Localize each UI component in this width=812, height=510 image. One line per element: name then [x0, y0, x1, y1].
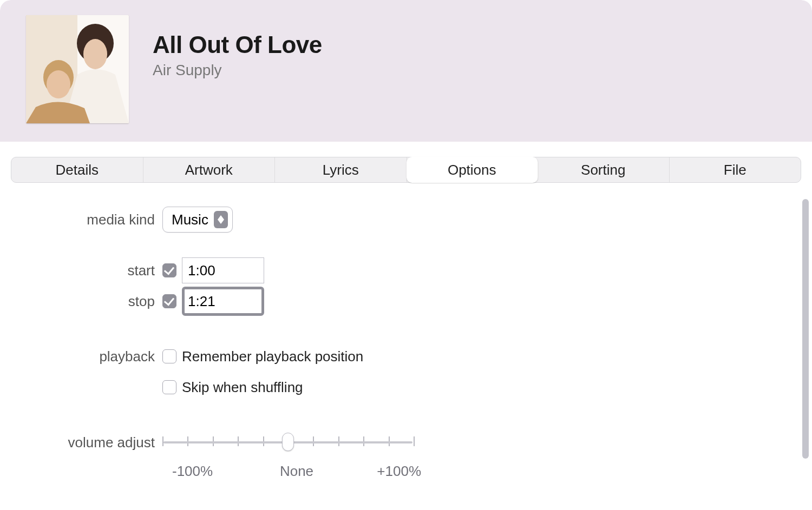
slider-thumb[interactable]: [282, 433, 294, 451]
row-media-kind: media kind Music: [11, 204, 812, 235]
scrollbar[interactable]: [801, 199, 810, 505]
stop-checkbox[interactable]: [162, 294, 176, 308]
row-playback-remember: playback Remember playback position: [11, 341, 812, 372]
song-info-window: All Out Of Love Air Supply Details Artwo…: [0, 0, 812, 510]
row-start: start: [11, 255, 812, 286]
tab-label: Options: [448, 162, 496, 178]
scrollbar-thumb[interactable]: [802, 199, 809, 459]
track-artist: Air Supply: [153, 62, 322, 79]
slider-label-left: -100%: [172, 463, 213, 480]
label-playback: playback: [11, 348, 162, 365]
label-stop: stop: [11, 293, 162, 310]
tab-label: Artwork: [185, 162, 233, 178]
tab-artwork[interactable]: Artwork: [143, 157, 276, 182]
remember-checkbox[interactable]: [162, 349, 176, 363]
tab-label: Lyrics: [323, 162, 359, 178]
album-artwork-image: [26, 15, 129, 123]
row-volume-adjust: volume adjust: [11, 427, 812, 458]
start-time-input[interactable]: [182, 257, 264, 283]
options-form: media kind Music start stop: [0, 183, 812, 510]
skip-label: Skip when shuffling: [182, 379, 303, 396]
slider-label-mid: None: [280, 463, 313, 480]
tab-sorting[interactable]: Sorting: [538, 157, 670, 182]
tab-label: Sorting: [581, 162, 625, 178]
svg-marker-6: [218, 215, 224, 220]
album-artwork: [26, 15, 129, 123]
volume-slider[interactable]: [162, 433, 414, 452]
label-volume-adjust: volume adjust: [11, 434, 162, 451]
slider-label-right: +100%: [377, 463, 421, 480]
updown-icon: [214, 211, 228, 228]
label-media-kind: media kind: [11, 211, 162, 228]
svg-point-5: [47, 70, 70, 98]
tab-options[interactable]: Options: [407, 157, 539, 183]
start-checkbox[interactable]: [162, 263, 176, 277]
media-kind-value: Music: [172, 211, 214, 228]
media-kind-select[interactable]: Music: [162, 207, 233, 233]
row-stop: stop: [11, 286, 812, 316]
stop-time-input[interactable]: [182, 287, 264, 316]
tab-lyrics[interactable]: Lyrics: [275, 157, 407, 182]
track-title: All Out Of Love: [153, 31, 322, 58]
title-block: All Out Of Love Air Supply: [129, 15, 322, 79]
tab-label: Details: [56, 162, 99, 178]
row-playback-skip: Skip when shuffling: [11, 372, 812, 402]
tab-file[interactable]: File: [670, 157, 801, 182]
header: All Out Of Love Air Supply: [0, 0, 812, 142]
tab-details[interactable]: Details: [11, 157, 143, 182]
tab-bar: Details Artwork Lyrics Options Sorting F…: [11, 157, 801, 183]
tab-label: File: [724, 162, 746, 178]
label-start: start: [11, 262, 162, 279]
skip-checkbox[interactable]: [162, 380, 176, 394]
remember-label: Remember playback position: [182, 348, 363, 365]
svg-marker-7: [218, 220, 224, 224]
svg-point-3: [83, 39, 107, 69]
